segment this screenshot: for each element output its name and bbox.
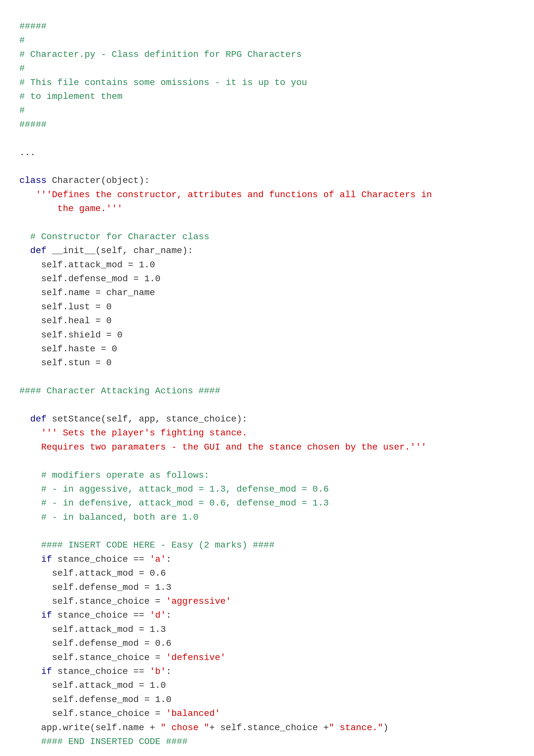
keyword-text: class bbox=[19, 176, 46, 185]
normal-text: self.heal = 0 bbox=[19, 316, 112, 326]
code-line: ​ bbox=[19, 160, 515, 174]
normal-text: self.stance_choice = bbox=[19, 596, 166, 607]
code-line: ​ bbox=[19, 748, 515, 756]
code-line: # bbox=[19, 33, 515, 47]
normal-text: setStance(self, app, stance_choice): bbox=[46, 414, 247, 424]
code-line: # This file contains some omissions - it… bbox=[19, 76, 515, 90]
code-line: # Constructor for Character class bbox=[19, 230, 515, 244]
normal-text: : bbox=[166, 554, 171, 564]
normal-text: + self.stance_choice + bbox=[209, 723, 329, 733]
normal-text: stance_choice == bbox=[52, 610, 150, 620]
normal-text: __init__(self, char_name): bbox=[46, 246, 193, 256]
keyword-text: if bbox=[41, 554, 52, 564]
code-line: ... bbox=[19, 146, 515, 160]
code-line: ​ bbox=[19, 398, 515, 412]
code-line: # to implement them bbox=[19, 90, 515, 103]
code-line: self.defense_mod = 1.0 bbox=[19, 272, 515, 286]
keyword-text: def bbox=[30, 414, 46, 424]
code-line: # Character.py - Class definition for RP… bbox=[19, 47, 515, 62]
normal-text: self.stance_choice = bbox=[19, 709, 166, 718]
code-line: ​ bbox=[19, 454, 515, 468]
code-line: #### Character Attacking Actions #### bbox=[19, 384, 515, 398]
normal-text: self.attack_mod = 1.3 bbox=[19, 624, 166, 634]
comment-text: # Constructor for Character class bbox=[19, 232, 209, 242]
code-line: ##### bbox=[19, 19, 515, 33]
comment-text: # - in aggessive, attack_mod = 1.3, defe… bbox=[19, 484, 329, 494]
normal-text: stance_choice == bbox=[52, 666, 150, 677]
code-line: self.defense_mod = 0.6 bbox=[19, 636, 515, 650]
normal-text: self.attack_mod = 1.0 bbox=[19, 260, 155, 270]
code-line: self.stance_choice = 'defensive' bbox=[19, 651, 515, 664]
string-text: 'b' bbox=[150, 666, 166, 677]
code-line: # - in balanced, both are 1.0 bbox=[19, 510, 515, 524]
comment-text: #### Character Attacking Actions #### bbox=[19, 386, 220, 396]
string-text: " chose " bbox=[161, 723, 209, 733]
code-line: ​ bbox=[19, 524, 515, 538]
comment-text: #### END INSERTED CODE #### bbox=[19, 737, 188, 747]
code-line: '''Defines the constructor, attributes a… bbox=[19, 188, 515, 202]
code-line: ''' Sets the player's fighting stance. bbox=[19, 426, 515, 440]
normal-text: : bbox=[166, 666, 171, 677]
code-line: self.attack_mod = 1.0 bbox=[19, 258, 515, 272]
code-editor: ####### Character.py - Class definition … bbox=[19, 19, 515, 756]
code-line: ​ bbox=[19, 216, 515, 230]
code-line: ​ bbox=[19, 370, 515, 384]
code-line: self.attack_mod = 1.3 bbox=[19, 623, 515, 636]
comment-text: #### INSERT CODE HERE - Easy (2 marks) #… bbox=[19, 540, 275, 550]
comment-text: # bbox=[19, 105, 25, 115]
code-line: self.defense_mod = 1.0 bbox=[19, 693, 515, 707]
code-line: if stance_choice == 'd': bbox=[19, 608, 515, 622]
normal-text: self.defense_mod = 1.0 bbox=[19, 694, 171, 705]
string-text: 'aggressive' bbox=[166, 596, 231, 607]
normal-text bbox=[19, 414, 30, 424]
normal-text bbox=[19, 246, 30, 256]
code-line: self.haste = 0 bbox=[19, 342, 515, 356]
comment-text: # modifiers operate as follows: bbox=[19, 470, 209, 480]
normal-text: : bbox=[166, 610, 171, 620]
normal-text bbox=[19, 610, 41, 620]
docstring-text: ''' Sets the player's fighting stance. bbox=[19, 428, 247, 438]
normal-text: ) bbox=[383, 723, 389, 733]
docstring-text: '''Defines the constructor, attributes a… bbox=[19, 190, 432, 200]
normal-text: self.stance_choice = bbox=[19, 653, 166, 662]
code-line: self.lust = 0 bbox=[19, 300, 515, 314]
keyword-text: if bbox=[41, 610, 52, 620]
comment-text: # - in balanced, both are 1.0 bbox=[19, 512, 199, 522]
comment-text: ##### bbox=[19, 21, 46, 31]
normal-text: self.attack_mod = 0.6 bbox=[19, 568, 166, 578]
code-line: self.defense_mod = 1.3 bbox=[19, 580, 515, 594]
normal-text: self.defense_mod = 1.0 bbox=[19, 274, 161, 284]
normal-text: self.lust = 0 bbox=[19, 302, 112, 312]
code-line: Requires two paramaters - the GUI and th… bbox=[19, 440, 515, 454]
code-line: # modifiers operate as follows: bbox=[19, 468, 515, 482]
normal-text: ... bbox=[19, 148, 36, 158]
normal-text bbox=[19, 666, 41, 677]
code-line: if stance_choice == 'a': bbox=[19, 553, 515, 566]
normal-text: self.defense_mod = 1.3 bbox=[19, 582, 171, 592]
string-text: 'balanced' bbox=[166, 709, 220, 718]
normal-text: stance_choice == bbox=[52, 554, 150, 564]
comment-text: # - in defensive, attack_mod = 0.6, defe… bbox=[19, 498, 329, 508]
code-line: self.stun = 0 bbox=[19, 356, 515, 370]
docstring-text: Requires two paramaters - the GUI and th… bbox=[19, 442, 426, 452]
comment-text: ##### bbox=[19, 120, 46, 130]
code-line: self.heal = 0 bbox=[19, 314, 515, 328]
code-line: def __init__(self, char_name): bbox=[19, 244, 515, 257]
keyword-text: def bbox=[30, 246, 46, 256]
code-line: self.stance_choice = 'aggressive' bbox=[19, 594, 515, 608]
code-line: if stance_choice == 'b': bbox=[19, 664, 515, 678]
comment-text: # bbox=[19, 35, 25, 45]
docstring-text: the game.''' bbox=[19, 203, 122, 214]
string-text: 'd' bbox=[150, 610, 166, 620]
code-line: def setStance(self, app, stance_choice): bbox=[19, 412, 515, 426]
code-line: class Character(object): bbox=[19, 174, 515, 187]
code-line: # - in defensive, attack_mod = 0.6, defe… bbox=[19, 496, 515, 510]
code-line: self.name = char_name bbox=[19, 286, 515, 300]
code-line: #### INSERT CODE HERE - Easy (2 marks) #… bbox=[19, 538, 515, 552]
normal-text: self.shield = 0 bbox=[19, 330, 122, 340]
string-text: " stance." bbox=[329, 723, 383, 733]
comment-text: # bbox=[19, 63, 25, 73]
code-line: app.write(self.name + " chose "+ self.st… bbox=[19, 721, 515, 735]
code-line: self.attack_mod = 0.6 bbox=[19, 566, 515, 580]
normal-text bbox=[19, 554, 41, 564]
